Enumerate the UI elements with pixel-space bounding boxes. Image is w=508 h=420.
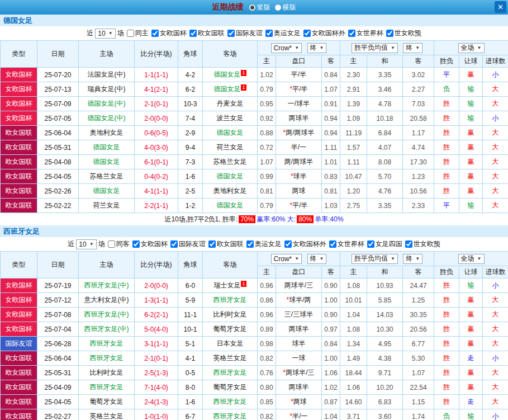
handicap-result-cell: 赢 [459, 380, 483, 395]
odds-company-select[interactable]: Crow*▼ [271, 43, 302, 53]
layout-radio-selected[interactable]: 竖版 [249, 3, 270, 12]
avg-home-cell: 1.08 [340, 279, 367, 293]
league-filter-checkbox[interactable]: 奥运女足 [265, 29, 301, 38]
away-team-cell: 葡萄牙女足 [203, 380, 258, 395]
checkbox-input[interactable] [405, 240, 412, 248]
handicap-cell: *两球 [276, 395, 322, 409]
away-team-cell: 德国女足1 [203, 68, 258, 82]
recent-count-select[interactable]: 10▼ [95, 29, 115, 39]
checkbox-input[interactable] [386, 30, 393, 37]
league-filter-checkbox[interactable]: 女世界杯 [329, 239, 364, 249]
match-row: 欧女国联25-06-04西班牙女足2-1(0-1)4-1英格兰女足0.82一球1… [1, 351, 508, 366]
home-team-cell: 德国女足(中) [79, 97, 135, 111]
same-venue-checkbox[interactable]: 同客 [108, 239, 130, 249]
odds-stage-select[interactable]: 终▼ [307, 43, 327, 53]
section-germany: 德国女足 近10▼场同主女欧国杯欧女国联国际友谊奥运女足女欧国杯外女世界杯世女欧… [0, 15, 508, 225]
layout-radio-option[interactable]: 横版 [275, 3, 296, 12]
avg-type-select[interactable]: 胜平负均值▼ [352, 43, 398, 53]
league-filter-checkbox[interactable]: 女欧国杯外 [284, 239, 326, 249]
goals-result-cell: 大 [483, 199, 508, 213]
checkbox-input[interactable] [329, 240, 336, 248]
col-header-handicap-result: 让球 [459, 55, 483, 68]
checkbox-input[interactable] [170, 240, 178, 248]
odds-home-cell: 0.96 [258, 279, 276, 293]
result-cell: 胜 [434, 169, 459, 184]
checkbox-input[interactable] [367, 240, 374, 248]
league-filter-checkbox[interactable]: 女欧国杯 [151, 29, 187, 38]
checkbox-label: 奥运女足 [255, 239, 282, 249]
checkbox-input[interactable] [189, 30, 197, 37]
close-button[interactable]: ✕ [495, 1, 506, 13]
handicap-cell: 球半 [276, 337, 322, 351]
date-cell: 25-04-05 [37, 169, 79, 184]
avg-stage-select[interactable]: 终▼ [403, 43, 422, 53]
odds-home-cell: 0.79 [258, 82, 276, 97]
league-filter-checkbox[interactable]: 欧女国联 [189, 29, 225, 38]
checkbox-input[interactable] [246, 240, 254, 248]
avg-home-cell: 1.49 [340, 351, 367, 366]
odds-stage-select[interactable]: 终▼ [307, 254, 327, 264]
checkbox-input[interactable] [265, 30, 273, 37]
recent-count-select[interactable]: 10▼ [76, 239, 96, 249]
avg-away-cell: 2.33 [403, 199, 434, 213]
checkbox-input[interactable] [227, 30, 235, 37]
col-header-handicap: 盘口 [276, 266, 322, 279]
scope-group-header: 全场▼ [434, 41, 508, 55]
checkbox-input[interactable] [208, 240, 216, 248]
league-filter-checkbox[interactable]: 国际友谊 [170, 239, 206, 249]
scope-select[interactable]: 全场▼ [458, 43, 485, 53]
avg-type-select[interactable]: 胜平负均值▼ [352, 254, 398, 264]
odds-home-cell: 0.98 [258, 337, 276, 351]
odds-home-cell: 0.86 [258, 293, 276, 308]
filter-bar: 近10▼场同客女欧国杯国际友谊欧女国联奥运女足女欧国杯外女世界杯女足四国世女欧预 [0, 237, 508, 251]
avg-group-header: 胜平负均值▼ 终▼ [340, 41, 434, 55]
home-team-cell: 葡萄牙女足 [79, 395, 135, 409]
avg-draw-cell: 14.03 [367, 308, 403, 322]
close-icon: ✕ [497, 3, 504, 11]
checkbox-input[interactable] [348, 30, 355, 37]
radio-icon[interactable] [275, 4, 281, 11]
checkbox-input[interactable] [108, 240, 115, 248]
odds-company-select[interactable]: Crow*▼ [271, 254, 302, 264]
radio-icon[interactable] [249, 4, 255, 11]
app-titlebar: 近期战绩 竖版横版 ✕ [0, 0, 508, 15]
league-cell: 欧女国联 [1, 199, 37, 213]
league-filter-checkbox[interactable]: 女足四国 [367, 239, 402, 249]
odds-home-cell: 0.88 [258, 126, 276, 140]
col-header-home: 主场 [79, 252, 135, 279]
col-header-avg-draw: 和 [367, 266, 403, 279]
league-filter-checkbox[interactable]: 世女欧预 [405, 239, 440, 249]
corners-cell: 4-1 [178, 351, 203, 366]
handicap-cell: *球半 [276, 169, 322, 184]
league-filter-checkbox[interactable]: 世女欧预 [386, 29, 421, 38]
checkbox-input[interactable] [284, 240, 292, 248]
odds-away-cell: 0.87 [322, 395, 340, 409]
league-filter-checkbox[interactable]: 国际友谊 [227, 29, 263, 38]
avg-home-cell: 1.06 [340, 380, 367, 395]
odds-company-value: Crow* [274, 44, 292, 52]
avg-stage-select[interactable]: 终▼ [403, 254, 422, 264]
match-row: 女欧国杯25-07-09德国女足(中)2-1(0-1)10-3丹麦女足0.95一… [1, 97, 508, 111]
goals-result-cell: 小 [483, 409, 508, 420]
league-filter-checkbox[interactable]: 女世界杯 [348, 29, 383, 38]
league-filter-checkbox[interactable]: 欧女国联 [208, 239, 244, 249]
col-header-odds-away: 客 [322, 266, 340, 279]
league-filter-checkbox[interactable]: 奥运女足 [246, 239, 282, 249]
league-filter-checkbox[interactable]: 女欧国杯外 [303, 29, 345, 38]
team-name: 德国女足(中) [88, 100, 126, 107]
home-team-cell: 意大利女足(中) [79, 293, 135, 308]
handicap-result-cell: 赢 [459, 337, 483, 351]
checkbox-input[interactable] [132, 240, 140, 248]
checkbox-input[interactable] [303, 30, 311, 37]
checkbox-input[interactable] [127, 30, 134, 37]
checkbox-label: 女欧国杯外 [312, 29, 345, 38]
league-filter-checkbox[interactable]: 女欧国杯 [132, 239, 168, 249]
checkbox-input[interactable] [151, 30, 159, 37]
checkbox-label: 欧女国联 [198, 29, 225, 38]
same-venue-checkbox[interactable]: 同主 [127, 29, 149, 38]
col-header-odds-home: 主 [258, 266, 276, 279]
scope-select[interactable]: 全场▼ [458, 254, 485, 264]
result-cell: 胜 [434, 380, 459, 395]
radio-label: 横版 [283, 3, 296, 12]
avg-type-value: 胜平负均值 [354, 43, 388, 53]
